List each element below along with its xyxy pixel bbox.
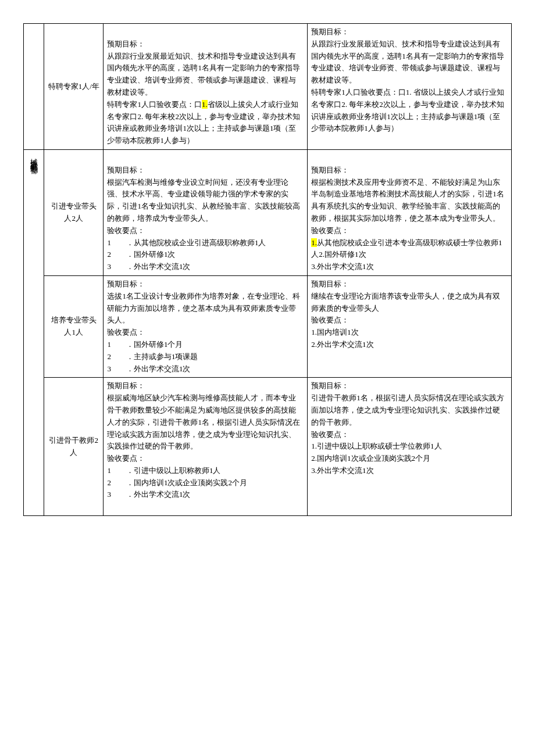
goal-heading: 预期目标： (311, 280, 349, 288)
num: 3 (107, 262, 111, 271)
side-cell: 械造业生机制专都 (24, 149, 44, 515)
cell-left: 预期目标： 根据汽车检测与维修专业设立时间短，还没有专业理论强、技术水平高、专业… (104, 149, 308, 275)
item: ．引进中级以上职称教师1人 (126, 466, 221, 475)
num: 2 (107, 352, 111, 361)
check-heading: 验收要点： (107, 328, 145, 336)
check-heading: 验收要点： (311, 226, 349, 235)
text: 根据汽车检测与维修专业设立时间短，还没有专业理论强、技术水平高、专业建设领导能力… (107, 178, 300, 223)
row-label: 引进专业带头人2人 (44, 149, 103, 275)
num: 1 (107, 466, 111, 475)
item: ．外出学术交流1次 (126, 262, 191, 271)
highlight: 1. (202, 100, 208, 109)
item: 1.引进中级以上职称或硕士学位教师1人 (311, 442, 441, 450)
cell-left: 预期目标： 选拔1名工业设计专业教师作为培养对象，在专业理论、科研能力方面加以培… (104, 275, 308, 377)
text: 引进骨干教师1名，根据引进人员实际情况在理论或实践方面加以培养，使之成为专业理论… (311, 393, 504, 427)
goal-heading: 预期目标： (107, 381, 145, 390)
row-label: 引进骨干教师2人 (44, 378, 103, 516)
item: ．外出学术交流1次 (126, 490, 191, 499)
item: ．国外研修1次 (126, 250, 176, 259)
row-label: 特聘专家1人/年 (44, 24, 103, 150)
item: 1.国内培训1次 (311, 328, 358, 336)
cell-right: 预期目标： 从跟踪行业发展最近知识、技术和指导专业建设达到具有国内领先水平的高度… (308, 24, 512, 150)
text: 根据威海地区缺少汽车检测与维修高技能人才，而本专业骨干教师数量较少不能满足为威海… (107, 393, 300, 450)
item: 3.外出学术交流1次 (311, 466, 373, 475)
item: 2.国内培训1次或企业顶岗实践2个月 (311, 454, 430, 463)
item: 2.外出学术交流1次 (311, 340, 373, 349)
highlight: 1. (311, 238, 317, 247)
check-heading: 验收要点： (107, 226, 145, 235)
num: 2 (107, 478, 111, 487)
text: 从跟踪行业发展最近知识、技术和指导专业建设达到具有国内领先水平的高度，选聘1名具… (107, 52, 300, 96)
text: 特聘专家1人口验收要点：口 (107, 100, 202, 109)
goal-heading: 预期目标： (311, 166, 349, 174)
cell-right: 预期目标： 继续在专业理论方面培养该专业带头人，使之成为具有双师素质的专业带头人… (308, 275, 512, 377)
text: 继续在专业理论方面培养该专业带头人，使之成为具有双师素质的专业带头人 (311, 292, 500, 313)
check-heading: 验收要点： (107, 454, 145, 463)
item: 从其他院校或企业引进本专业高级职称或硕士学位教师1人2.国外研修1次 (311, 238, 502, 259)
goal-heading: 预期目标： (107, 280, 145, 288)
item: ．外出学术交流1次 (126, 364, 191, 373)
num: 1 (107, 238, 111, 247)
table-row: 特聘专家1人/年 预期目标： 从跟踪行业发展最近知识、技术和指导专业建设达到具有… (24, 24, 512, 150)
cell-left: 预期目标： 根据威海地区缺少汽车检测与维修高技能人才，而本专业骨干教师数量较少不… (104, 378, 308, 516)
item: ．国内培训1次或企业顶岗实践2个月 (126, 478, 247, 487)
goal-heading: 预期目标： (107, 166, 145, 174)
check-heading: 验收要点： (311, 316, 349, 324)
check-heading: 验收要点： (311, 430, 349, 439)
num: 1 (107, 340, 111, 349)
item: ．主持或参与1项课题 (126, 352, 198, 361)
table-row: 培养专业带头人1人 预期目标： 选拔1名工业设计专业教师作为培养对象，在专业理论… (24, 275, 512, 377)
text: 特聘专家1人口验收要点：口1. 省级以上拔尖人才或行业知名专家口2. 每年来校2… (311, 88, 504, 132)
item: ．国外研修1个月 (126, 340, 183, 349)
item: 3.外出学术交流1次 (311, 262, 373, 271)
num: 2 (107, 250, 111, 259)
side-label: 械造业生机制专都 (28, 152, 40, 162)
num: 3 (107, 364, 111, 373)
table-row: 械造业生机制专都 引进专业带头人2人 预期目标： 根据汽车检测与维修专业设立时间… (24, 149, 512, 275)
text: 选拔1名工业设计专业教师作为培养对象，在专业理论、科研能力方面加以培养，使之基本… (107, 292, 300, 325)
row-label: 培养专业带头人1人 (44, 275, 103, 377)
goal-heading: 预期目标： (311, 27, 349, 36)
table-row: 引进骨干教师2人 预期目标： 根据威海地区缺少汽车检测与维修高技能人才，而本专业… (24, 378, 512, 516)
plan-table: 特聘专家1人/年 预期目标： 从跟踪行业发展最近知识、技术和指导专业建设达到具有… (23, 23, 512, 516)
goal-heading: 预期目标： (311, 381, 349, 390)
goal-heading: 预期目标： (107, 40, 145, 48)
num: 3 (107, 490, 111, 499)
cell-right: 预期目标： 引进骨干教师1名，根据引进人员实际情况在理论或实践方面加以培养，使之… (308, 378, 512, 516)
cell-right: 预期目标： 根据检测技术及应用专业师资不足、不能较好满足为山东半岛制造业基地培养… (308, 149, 512, 275)
text: 根据检测技术及应用专业师资不足、不能较好满足为山东半岛制造业基地培养检测技术高技… (311, 178, 504, 223)
item: ．从其他院校或企业引进高级职称教师1人 (126, 238, 266, 247)
side-cell-empty (24, 24, 44, 150)
text: 从跟踪行业发展最近知识、技术和指导专业建设达到具有国内领先水平的高度，选聘1名具… (311, 40, 504, 84)
cell-left: 预期目标： 从跟踪行业发展最近知识、技术和指导专业建设达到具有国内领先水平的高度… (104, 24, 308, 150)
